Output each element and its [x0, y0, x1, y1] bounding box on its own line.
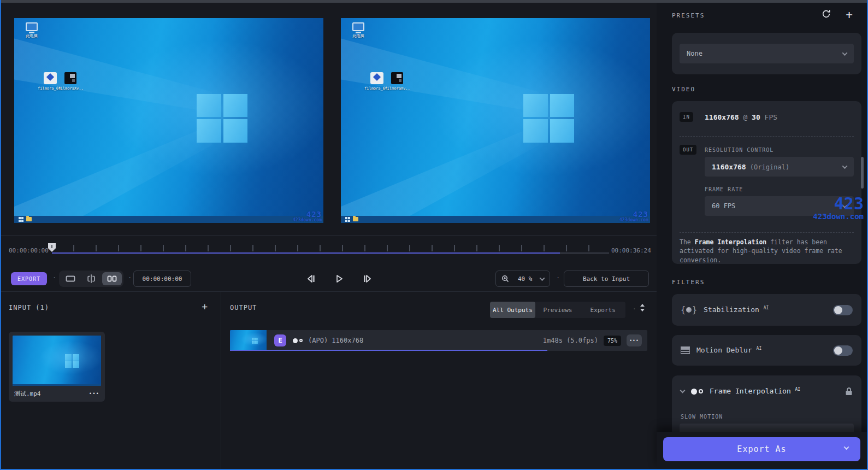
play-button[interactable] [331, 271, 347, 287]
resolution-control-label: RESOLUTION CONTROL [705, 147, 773, 153]
next-frame-button[interactable] [359, 271, 376, 287]
output-thumbnail [230, 330, 267, 351]
preview-taskbar [341, 216, 650, 224]
preset-value: None [687, 50, 702, 57]
chevron-down-icon [842, 203, 848, 208]
motion-deblur-toggle[interactable] [833, 345, 853, 356]
add-input-button[interactable]: + [202, 302, 208, 312]
preview-taskbar [14, 216, 323, 224]
in-badge: IN [680, 112, 693, 122]
windows-logo [197, 94, 247, 143]
split-view-button[interactable] [81, 272, 101, 285]
main-area: 此电脑 filmora_64.. filmoraXv.. [1, 3, 657, 469]
desktop-icon-app: filmoraXv.. [385, 72, 410, 91]
desktop-icon-this-pc: 此电脑 [346, 22, 371, 39]
timecode-field[interactable]: 00:00:00:00 [133, 271, 191, 287]
timeline-start-time: 00:00:00:00 [9, 247, 49, 254]
view-mode-group [59, 271, 123, 287]
chevron-down-icon [680, 388, 686, 393]
bottom-panels: INPUT (1) + 测试.mp4 ••• [1, 291, 657, 469]
export-as-label: Export As [737, 444, 786, 454]
motion-deblur-label: Motion Deblur [696, 346, 752, 355]
output-panel: OUTPUT All Outputs Previews Exports · [221, 292, 657, 469]
presets-title: PRESETS [672, 12, 705, 19]
this-pc-icon [352, 22, 364, 31]
chevron-down-icon [842, 163, 848, 169]
resolution-note: (Original) [750, 163, 789, 171]
desktop-icon-label: 此电脑 [346, 33, 371, 39]
output-row-info: 1m48s (5.0fps) 75% ••• [543, 334, 647, 346]
input-file-menu-button[interactable]: ••• [89, 391, 99, 396]
controls-bar: EXPORT · · 00:00:00:00 [1, 266, 657, 291]
desktop-icon-app: filmoraXv.. [58, 72, 83, 91]
installer-icon [44, 72, 57, 84]
export-as-button[interactable]: Export As [663, 437, 860, 461]
resolution-select[interactable]: 1160x768 (Original) [705, 157, 854, 177]
desktop-icon-label: filmoraXv.. [58, 86, 83, 91]
filter-stabilization: {} Stabilization AI [672, 294, 861, 326]
preview-taskbar [13, 384, 101, 386]
timeline-end-time: 00:00:36:24 [611, 247, 651, 254]
reset-presets-icon[interactable] [822, 9, 831, 19]
windows-start-icon [345, 217, 350, 222]
output-tabs: All Outputs Previews Exports [490, 302, 625, 318]
sort-icon[interactable] [640, 304, 645, 312]
sidebar-scrollbar[interactable] [861, 157, 864, 189]
chevron-down-icon [844, 444, 849, 450]
wallpaper-shade [13, 336, 101, 386]
previous-frame-button[interactable] [303, 271, 319, 287]
windows-logo [65, 354, 80, 368]
windows-wallpaper: 此电脑 filmora_64.. filmoraXv.. [341, 18, 650, 223]
tab-exports[interactable]: Exports [580, 302, 625, 318]
stabilization-label: Stabilization [704, 306, 759, 314]
this-pc-icon [26, 22, 38, 31]
export-badge: E [274, 334, 286, 346]
ai-superscript: AI [757, 346, 762, 351]
timeline-ticks [52, 245, 609, 251]
output-progress-bar [230, 350, 547, 351]
app-icon [64, 72, 76, 84]
frame-rate-label: FRAME RATE [705, 186, 743, 192]
magnifier-plus-icon [501, 275, 509, 283]
timeline-progress [52, 252, 560, 254]
frame-interpolation-icon [293, 338, 303, 343]
export-button[interactable]: EXPORT [11, 272, 47, 285]
watermark: 423 423down.com [293, 210, 322, 222]
stabilization-toggle[interactable] [833, 305, 853, 315]
output-row[interactable]: E (APO) 1160x768 1m48s (5.0fps) 75% ••• [230, 330, 647, 351]
video-preview-output[interactable]: 此电脑 filmora_64.. filmoraXv.. [341, 18, 650, 223]
video-preview-input[interactable]: 此电脑 filmora_64.. filmoraXv.. [14, 18, 323, 223]
ai-superscript: AI [795, 387, 801, 392]
desktop-icon-this-pc: 此电脑 [19, 22, 44, 39]
notice-bold-text: Frame Interpolation [695, 238, 767, 246]
preview-area: 此电脑 filmora_64.. filmoraXv.. [1, 3, 657, 235]
frame-interpolation-notice: The Frame Interpolation filter has been … [680, 238, 854, 265]
wallpaper-shade [341, 18, 650, 223]
output-model-label: (APO) 1160x768 [308, 337, 363, 344]
add-preset-icon[interactable]: + [846, 8, 853, 21]
slow-motion-label: SLOW MOTION [681, 414, 723, 420]
tab-all-outputs[interactable]: All Outputs [490, 302, 535, 318]
preset-select[interactable]: None [680, 44, 854, 63]
video-card: IN 1160x768 @ 30 FPS OUT RESOLUTION CONT… [672, 101, 861, 264]
output-menu-button[interactable]: ••• [627, 334, 642, 346]
back-to-input-button[interactable]: Back to Input [564, 271, 649, 287]
input-video-info: 1160x768 @ 30 FPS [705, 113, 777, 121]
single-view-button[interactable] [61, 272, 80, 285]
tab-previews[interactable]: Previews [535, 302, 581, 318]
output-panel-title: OUTPUT [230, 304, 257, 312]
frame-rate-select[interactable]: 60 FPS [705, 196, 854, 216]
video-section-title: VIDEO [672, 86, 695, 93]
timeline-ruler[interactable] [52, 245, 609, 255]
frame-interpolation-header[interactable]: Frame Interpolation AI [681, 384, 853, 398]
input-thumbnail[interactable] [13, 336, 101, 386]
zoom-control[interactable]: 40 % [495, 271, 550, 287]
separator-dot: · [128, 274, 132, 281]
windows-wallpaper [230, 330, 267, 351]
watermark-url: 423down.com [293, 218, 322, 222]
side-by-side-view-button[interactable] [102, 272, 122, 285]
windows-logo [523, 94, 574, 143]
input-filename: 测试.mp4 [14, 390, 41, 398]
input-file-card[interactable]: 测试.mp4 ••• [9, 332, 105, 402]
progress-percent-badge: 75% [604, 336, 621, 346]
